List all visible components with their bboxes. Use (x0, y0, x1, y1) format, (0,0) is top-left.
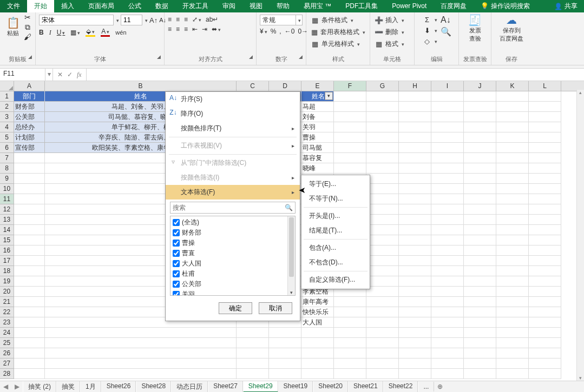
font-name-dropdown[interactable] (115, 16, 119, 24)
cell[interactable] (334, 358, 366, 369)
format-cells-button[interactable]: ▦格式 (373, 39, 411, 49)
cell[interactable] (496, 112, 529, 122)
cell[interactable] (14, 317, 45, 328)
cell[interactable]: 宣传部 (14, 143, 45, 153)
sheet-tab[interactable]: Sheet19 (278, 381, 313, 393)
cell[interactable] (399, 163, 431, 174)
cell[interactable] (431, 338, 464, 348)
contains-item[interactable]: 包含(A)... (301, 241, 370, 255)
cell[interactable] (464, 358, 496, 369)
cell[interactable] (334, 369, 366, 379)
fx-icon[interactable]: fx (77, 71, 82, 79)
filter-item[interactable]: 关羽 (173, 289, 293, 296)
increase-decimal-icon[interactable]: ←0 (285, 28, 295, 35)
cell[interactable] (237, 369, 269, 379)
cell[interactable] (496, 358, 529, 369)
cell[interactable] (496, 338, 529, 348)
cell[interactable] (496, 204, 529, 215)
add-sheet-button[interactable]: ⊕ (434, 383, 446, 390)
cell[interactable] (464, 91, 496, 102)
sheet-tab[interactable]: 动态日历 (171, 381, 208, 393)
cell[interactable] (431, 184, 464, 194)
cell[interactable] (496, 235, 529, 245)
cell[interactable] (366, 348, 399, 358)
name-box-dropdown[interactable]: ▾ (45, 69, 53, 81)
cell[interactable] (529, 174, 561, 184)
cell[interactable] (529, 194, 561, 204)
cell[interactable] (431, 266, 464, 276)
cell[interactable]: 总经办 (14, 122, 45, 132)
insert-cells-button[interactable]: ➕插入 (373, 15, 411, 25)
cell[interactable] (366, 369, 399, 379)
cell[interactable] (529, 184, 561, 194)
fapiao-check-button[interactable]: 🧾 发票 查验 (466, 14, 484, 44)
row-header[interactable]: 12 (0, 204, 14, 215)
filter-item-checkbox[interactable] (173, 229, 180, 236)
cell[interactable] (529, 225, 561, 235)
cell[interactable] (14, 307, 45, 317)
filter-item-checkbox[interactable] (173, 281, 180, 288)
border-button[interactable]: ▦ (70, 29, 80, 36)
menu-data[interactable]: 数据 (148, 0, 175, 12)
clipboard-dialog-launcher[interactable]: ◢ (28, 54, 32, 59)
col-header-E[interactable]: E (301, 81, 334, 91)
cell-style-button[interactable]: ▦单元格样式 (310, 39, 366, 49)
cell[interactable] (14, 266, 45, 276)
cell[interactable] (14, 153, 45, 163)
menu-view[interactable]: 视图 (242, 0, 270, 12)
cell[interactable] (334, 317, 366, 328)
cell[interactable] (431, 204, 464, 215)
sort-by-color-item[interactable]: 按颜色排序(T)▸ (166, 121, 300, 136)
cell[interactable]: 计划部 (14, 132, 45, 143)
cell[interactable] (399, 204, 431, 215)
filter-item-checkbox[interactable] (173, 219, 180, 226)
cell[interactable] (529, 153, 561, 163)
cell[interactable] (301, 358, 334, 369)
clear-button[interactable]: ◇ (422, 37, 438, 46)
row-header[interactable]: 21 (0, 297, 14, 307)
cell[interactable] (496, 215, 529, 225)
cell[interactable] (496, 369, 529, 379)
cell[interactable] (334, 102, 366, 112)
cell[interactable] (301, 369, 334, 379)
cell[interactable] (464, 245, 496, 256)
sheet-tab[interactable]: Sheet28 (136, 381, 171, 393)
cell[interactable] (431, 317, 464, 328)
cell[interactable] (496, 297, 529, 307)
text-filter-item[interactable]: 文本筛选(F)▸ (166, 185, 300, 200)
sheet-tab[interactable]: 抽奖 (56, 381, 80, 393)
cell[interactable] (529, 348, 561, 358)
cell[interactable]: 马超 (301, 102, 334, 112)
table-format-button[interactable]: ▦套用表格格式 (310, 27, 366, 37)
number-dialog-launcher[interactable]: ◢ (299, 54, 303, 59)
col-header-G[interactable]: G (366, 81, 399, 91)
cell[interactable]: 刘备 (301, 112, 334, 122)
cell[interactable] (464, 184, 496, 194)
italic-button[interactable]: I (49, 29, 51, 37)
cell[interactable] (431, 174, 464, 184)
cell[interactable] (366, 235, 399, 245)
cell[interactable] (529, 297, 561, 307)
cell[interactable] (366, 307, 399, 317)
merge-center-icon[interactable]: ⬌ (212, 25, 221, 33)
cell[interactable] (464, 317, 496, 328)
enter-formula-icon[interactable]: ✓ (67, 71, 73, 78)
autosum-button[interactable]: Σ (422, 15, 438, 24)
accounting-format-icon[interactable]: ¥ (260, 28, 267, 35)
menu-review[interactable]: 审阅 (215, 0, 242, 12)
cell[interactable] (431, 215, 464, 225)
scroll-thumb[interactable] (289, 217, 294, 277)
sheet-tabs-more[interactable]: ... (418, 382, 434, 391)
cell[interactable] (529, 143, 561, 153)
cell[interactable] (14, 184, 45, 194)
cell[interactable] (399, 328, 431, 338)
col-header-L[interactable]: L (529, 81, 561, 91)
row-header[interactable]: 27 (0, 358, 14, 369)
cell[interactable] (496, 102, 529, 112)
sheet-tab[interactable]: Sheet26 (101, 381, 136, 393)
increase-font-icon[interactable]: A↑ (149, 16, 158, 24)
cell[interactable] (496, 225, 529, 235)
cell[interactable] (464, 338, 496, 348)
cell[interactable] (366, 328, 399, 338)
cell[interactable] (334, 153, 366, 163)
